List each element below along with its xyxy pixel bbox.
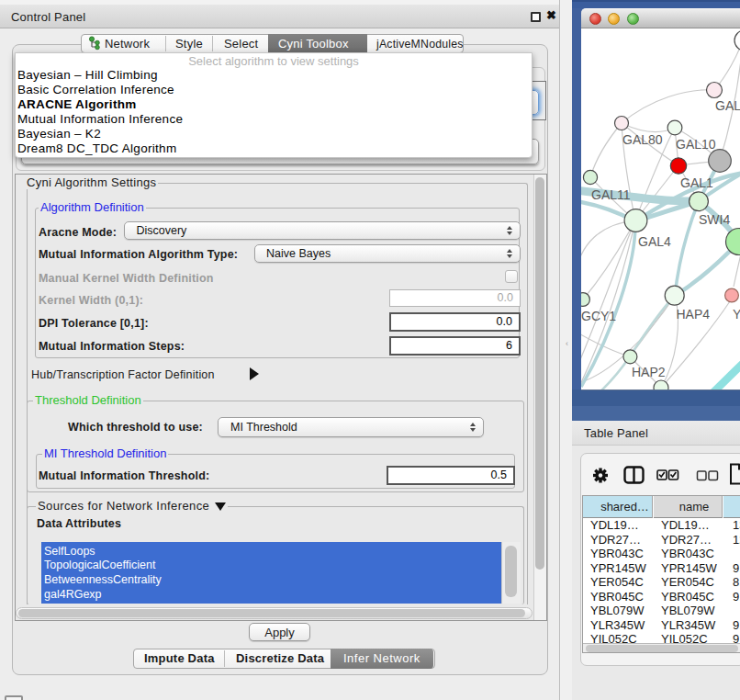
svg-text:GAL7: GAL7: [715, 98, 740, 113]
svg-text:GAL80: GAL80: [622, 132, 663, 147]
svg-text:GAL1: GAL1: [680, 175, 713, 190]
svg-text:SWI4: SWI4: [699, 212, 730, 227]
svg-text:HAP4: HAP4: [677, 307, 711, 322]
svg-text:GAL4: GAL4: [638, 234, 671, 249]
svg-text:HAP2: HAP2: [632, 365, 666, 379]
svg-text:GCY1: GCY1: [581, 309, 616, 323]
svg-text:Y: Y: [733, 307, 740, 322]
svg-text:GAL11: GAL11: [591, 187, 631, 202]
svg-text:GAL10: GAL10: [676, 137, 716, 152]
